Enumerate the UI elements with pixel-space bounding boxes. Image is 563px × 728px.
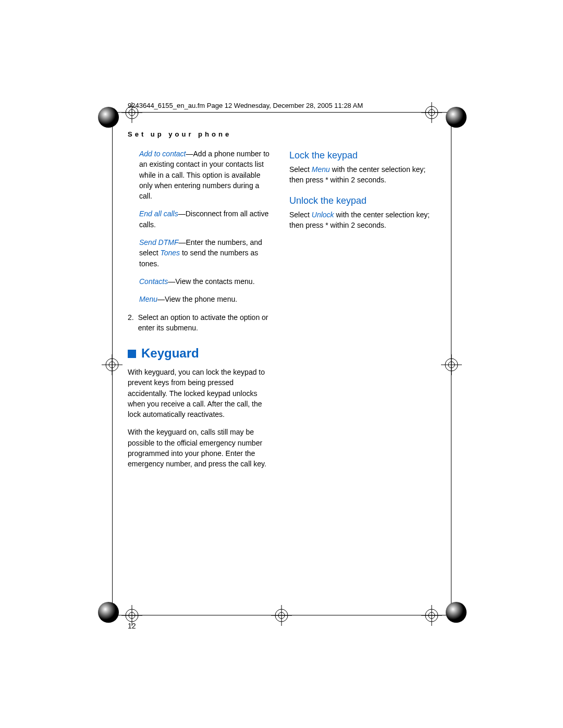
left-column: Add to contact—Add a phone number to an … bbox=[128, 149, 274, 477]
page-number: 12 bbox=[128, 622, 136, 630]
term: Add to contact bbox=[139, 150, 186, 158]
page-content: 9243644_6155_en_au.fm Page 12 Wednesday,… bbox=[76, 102, 487, 623]
paragraph: Send DTMF—Enter the numbers, and select … bbox=[128, 237, 274, 269]
term: Menu bbox=[139, 295, 157, 303]
term: Contacts bbox=[139, 277, 168, 286]
term: Send DTMF bbox=[139, 238, 178, 246]
subheading: Unlock the keypad bbox=[289, 194, 435, 207]
term: End all calls bbox=[139, 209, 178, 218]
right-column: Lock the keypad Select Menu with the cen… bbox=[289, 149, 435, 477]
paragraph: Add to contact—Add a phone number to an … bbox=[128, 149, 274, 201]
numbered-list-item: 2. Select an option to activate the opti… bbox=[128, 312, 274, 334]
keyguard-heading: Keyguard bbox=[128, 344, 274, 363]
term: Unlock bbox=[312, 211, 334, 219]
subheading: Lock the keypad bbox=[289, 149, 435, 162]
body-text: —View the phone menu. bbox=[157, 295, 237, 303]
paragraph: Select Menu with the center selection ke… bbox=[289, 164, 435, 186]
paragraph: With keyguard, you can lock the keypad t… bbox=[128, 367, 274, 419]
section-header: Set up your phone bbox=[128, 130, 487, 138]
heading-text: Keyguard bbox=[141, 344, 199, 363]
body-text: —View the contacts menu. bbox=[168, 277, 254, 286]
body-text: Select bbox=[289, 211, 312, 219]
square-bullet-icon bbox=[128, 350, 136, 358]
body-text: Select bbox=[289, 165, 312, 174]
paragraph: Contacts—View the contacts menu. bbox=[128, 276, 274, 287]
paragraph: Menu—View the phone menu. bbox=[128, 294, 274, 304]
paragraph: Select Unlock with the center selection … bbox=[289, 209, 435, 231]
term: Menu bbox=[312, 165, 330, 174]
file-info-line: 9243644_6155_en_au.fm Page 12 Wednesday,… bbox=[128, 102, 487, 109]
term: Tones bbox=[160, 249, 180, 257]
paragraph: With the keyguard on, calls still may be… bbox=[128, 427, 274, 469]
content-columns: Add to contact—Add a phone number to an … bbox=[128, 149, 487, 477]
list-number: 2. bbox=[128, 312, 134, 334]
list-text: Select an option to activate the option … bbox=[138, 312, 274, 334]
paragraph: End all calls—Disconnect from all active… bbox=[128, 208, 274, 230]
